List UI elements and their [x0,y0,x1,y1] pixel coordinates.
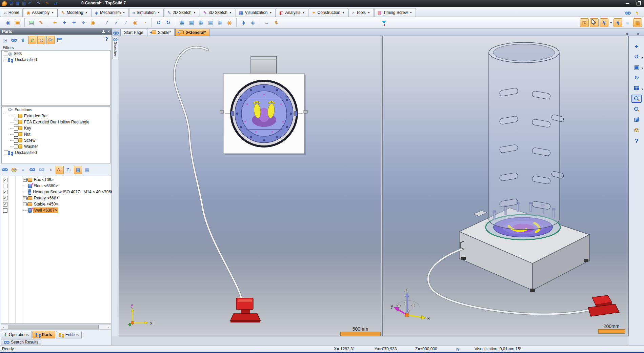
redo-button[interactable]: ↷▾ [36,1,44,6]
publish-plane-button[interactable]: ◉ [225,18,234,27]
visibility-checkbox[interactable]: ✓ [3,178,7,182]
search-button[interactable] [10,36,18,44]
edit-button[interactable]: ✎▾ [45,1,53,6]
dropdown-icon[interactable]: ▾ [32,2,35,5]
dropdown-icon[interactable]: ▾ [122,11,125,14]
checkbox[interactable] [14,138,18,143]
checkbox[interactable] [4,58,8,62]
inclusion-button[interactable]: ◉ [4,18,13,27]
tab-entities[interactable]: Entities [56,331,82,338]
tab-searches[interactable]: Searches [112,37,118,59]
undo-button[interactable]: ↶▾ [27,1,35,6]
scrollbar-thumb[interactable] [8,325,99,329]
dimension-display-button[interactable]: ⇅ [19,36,27,44]
positioning-button[interactable]: ✦ [51,18,59,27]
restore-button[interactable] [635,1,643,6]
visibility-checkbox[interactable] [3,208,7,213]
ribbon-tab-analysis[interactable]: ◧Analysis▾ [276,8,308,17]
part-row-floor[interactable]: Floor <6380> [1,183,111,189]
dropdown-icon[interactable]: ▾ [51,11,54,14]
filter-item-unclassified[interactable]: Unclassified [2,57,110,63]
zoom-extent-button[interactable]: ▣▾ [631,63,642,71]
part-row-wall[interactable]: Wall <6387> [1,207,111,213]
pedal-right[interactable] [588,295,619,316]
dropdown-icon[interactable]: ▾ [641,66,644,70]
topsolid-logo-button[interactable] [1,1,8,6]
dropdown-icon[interactable]: ▾ [269,11,273,14]
point-positioning-button[interactable]: ✦ [60,18,69,27]
ribbon-tab-assembly[interactable]: ◉Assembly▾ [23,8,58,17]
assembly-function-button[interactable]: ↯ [600,18,608,27]
dropdown-icon[interactable]: ▾ [229,11,232,14]
motor-block[interactable] [251,56,277,75]
dropdown-icon[interactable]: ▾ [302,11,305,14]
function-item-functions[interactable]: Functions [2,107,110,113]
ribbon-tab-tools[interactable]: ×Tools▾ [348,8,374,17]
tab-operations[interactable]: ↥Operations [1,331,32,338]
help-icon[interactable]: ? [105,36,108,42]
visibility-all-button[interactable] [1,166,9,174]
publish-axis-button[interactable]: ▦ [216,18,224,27]
function-item-fea-extruded-bar-hollow-rectangle[interactable]: FEA Extruded Bar Hollow Rectangle [2,119,110,125]
isometric-view-button[interactable] [631,116,642,124]
split-viewport-button[interactable]: ▾ [631,84,642,92]
zoom-window-button[interactable] [631,95,642,103]
checkbox[interactable] [14,114,18,118]
display-options-button[interactable]: ▦ [83,166,91,174]
bom-window-button[interactable]: ▣ [633,18,642,27]
ribbon-tab-simulation[interactable]: ≈Simulation▾ [129,8,164,17]
dropdown-icon[interactable]: ▾ [641,87,644,91]
axis-positioning-button[interactable]: ✦ [69,18,78,27]
parallel-constraint-button[interactable]: ∕ [112,18,121,27]
tree-window-button[interactable]: ≡ [623,18,632,27]
dropdown-icon[interactable]: ▾ [49,2,52,5]
function-item-nut[interactable]: Nut [2,131,110,137]
clamp-block[interactable] [474,211,487,216]
tab-parts[interactable]: Parts [33,331,55,338]
print-button[interactable]: ▥ [21,1,26,6]
tree-display-button[interactable]: ▤ [74,166,82,174]
dropdown-icon[interactable]: ▾ [367,11,370,14]
dropdown-icon[interactable]: ▾ [40,2,43,5]
search-flash-button[interactable]: ↯ [633,9,641,17]
scroll-left-icon[interactable]: ‹ [1,325,6,329]
layers-icon[interactable]: ≋ [456,347,460,352]
sort-mode-button[interactable]: ⇄ [28,36,36,44]
checkbox[interactable] [4,151,8,155]
save-all-button[interactable]: ▦ [15,1,20,6]
functions-display-button[interactable] [46,36,55,44]
publish-frame-button[interactable]: ▦ [206,18,215,27]
ribbon-tab-3d-sketch[interactable]: ✎3D Sketch▾ [200,8,235,17]
ribbon-tab-mechanism[interactable]: ◈Mechanism▾ [92,8,129,17]
horizontal-scrollbar[interactable]: ‹ › [1,324,111,330]
searches-icon[interactable] [113,31,119,35]
scrollbar-track[interactable] [6,325,105,329]
show-parts-button[interactable] [28,166,36,174]
checkbox[interactable] [14,120,18,124]
pin-icon[interactable] [102,30,105,34]
visibility-checkbox[interactable]: ✓ [3,202,7,207]
function-item-extruded-bar[interactable]: Extruded Bar [2,113,110,119]
cylinder-tower[interactable] [489,42,564,230]
part-row-stable[interactable]: ✓+Stable <450> [1,201,111,207]
columns-button[interactable] [56,36,64,44]
sort-za-button[interactable]: Z↓ [65,166,73,174]
layers-button[interactable]: ≡ [19,166,27,174]
ribbon-tab-timing-screw[interactable]: ▥Timing Screw▾ [374,8,416,17]
flexible-group-button[interactable]: ↻ [164,18,173,27]
dropdown-icon[interactable]: ▾ [409,11,412,14]
magnifier-button[interactable] [631,105,642,113]
function-item-key[interactable]: Key [2,125,110,131]
visibility-checkbox[interactable]: ✓ [3,190,7,194]
angle-constraint-button[interactable]: ∕ [121,18,130,27]
ribbon-tab-2d-sketch[interactable]: ✎2D Sketch▾ [164,8,200,17]
select-in-tree-button[interactable]: ◳ [1,36,9,44]
quick-search-button[interactable] [624,9,632,17]
ribbon-tab-visualization[interactable]: ▦Visualization▾ [236,8,276,17]
scroll-right-icon[interactable]: › [105,325,111,329]
checkbox[interactable] [14,132,18,137]
axis-constraint-button[interactable]: ∕ [102,18,111,27]
render-options-button[interactable] [631,126,642,134]
document-tab-0-general[interactable]: 0-General* [175,29,209,36]
distance-constraint-button[interactable]: ◔ [140,18,149,27]
